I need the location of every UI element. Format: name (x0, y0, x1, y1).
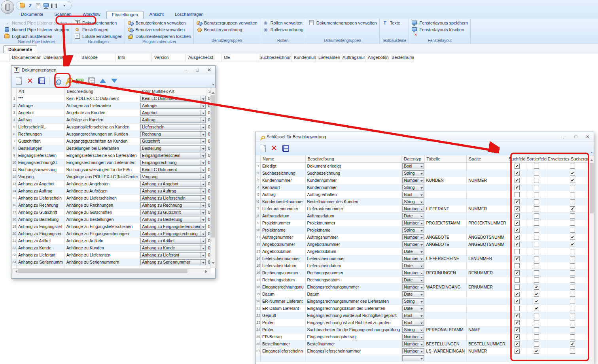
main-header-ausgecheckt[interactable]: Ausgecheckt (186, 53, 221, 62)
multiflex-art-dropdown[interactable]: Anhang zu Eingangsrechnung (140, 231, 206, 237)
multiflex-art-dropdown[interactable]: Anhang zu Seriennummer (140, 259, 206, 265)
erweitertes-suchergebnis-checkbox[interactable] (570, 213, 575, 219)
datentyp-dropdown[interactable]: Number (402, 177, 424, 183)
datentyp-dropdown[interactable]: Number (402, 220, 424, 226)
sortierfeld-checkbox[interactable] (534, 221, 539, 226)
suchfeld-checkbox[interactable] (515, 192, 520, 197)
suchfeld-checkbox[interactable] (515, 306, 520, 311)
ribbon-tab-löschanfragen[interactable]: Löschanfragen (170, 11, 209, 19)
sortierfeld-checkbox[interactable] (534, 235, 539, 240)
sortierfeld-checkbox[interactable] (534, 213, 539, 219)
maximize-button[interactable]: □ (191, 66, 203, 74)
multiflex-art-dropdown[interactable]: Rechnung (140, 131, 206, 137)
datentyp-dropdown[interactable]: Number (402, 206, 424, 212)
ribbon-button-lokale-einstellungen[interactable]: ≡Lokale Einstellungen (74, 33, 123, 40)
ribbon-button-benutzergruppen-verwalten[interactable]: Benutzergruppen verwalten (196, 19, 257, 26)
erweitertes-suchergebnis-checkbox[interactable] (570, 185, 575, 190)
main-header-dateiname[interactable]: Dateiname (41, 53, 79, 62)
delete-icon[interactable]: ✕ (25, 76, 35, 86)
multiflex-art-dropdown[interactable]: Anhang zu Lieferant (140, 252, 206, 258)
datentyp-dropdown[interactable]: Date (402, 277, 424, 283)
main-header-info[interactable]: Info (115, 53, 152, 62)
toolbar-overflow-icon[interactable]: ▾ (591, 151, 592, 154)
main-header-bestellnummer[interactable]: Bestellnummer (389, 53, 414, 62)
scrollbar-thumb[interactable] (211, 95, 215, 238)
sortierfeld-checkbox[interactable] (534, 171, 539, 176)
ribbon-button-benutzerrechte-verwalten[interactable]: Benutzerrechte verwalten (127, 26, 191, 33)
ribbon-button-benutzerzuordnung[interactable]: Benutzerzuordnung (196, 26, 257, 33)
erweitertes-suchergebnis-checkbox[interactable] (570, 349, 575, 354)
horizontal-scrollbar[interactable] (12, 268, 210, 274)
suchfeld-checkbox[interactable]: ✔ (515, 178, 520, 183)
ribbon-button-benutzerkonten-verwalten[interactable]: Benutzerkonten verwalten (127, 19, 191, 26)
datentyp-dropdown[interactable]: String (402, 227, 424, 233)
multiflex-art-dropdown[interactable]: Auftrag (140, 117, 206, 123)
datentyp-dropdown[interactable] (402, 355, 424, 361)
ribbon-button-rollen-verwalten[interactable]: ◉Rollen verwalten (263, 19, 303, 26)
suchfeld-checkbox[interactable]: ✔ (515, 185, 520, 190)
ribbon-tab-scannen[interactable]: Scannen (49, 11, 76, 19)
close-button[interactable]: ✕ (203, 66, 215, 74)
move-down-icon[interactable] (109, 76, 119, 86)
dialog-titlebar[interactable]: Schlüssel für Beschlagwortung – □ ✕ (255, 132, 594, 141)
ribbon-tab-ansicht[interactable]: Ansicht (144, 11, 169, 19)
suchfeld-checkbox[interactable]: ✔ (515, 292, 520, 297)
sortierfeld-checkbox[interactable] (534, 334, 539, 339)
sortierfeld-checkbox[interactable] (534, 313, 539, 318)
multiflex-art-dropdown[interactable]: Anhang zu Rechnung (140, 202, 206, 208)
column-header-sortierfeld[interactable]: Sortierfeld (526, 155, 547, 162)
sortierfeld-checkbox[interactable] (534, 256, 539, 261)
main-header-angebotsnummer[interactable]: Angebotsnummer (365, 53, 389, 62)
column-header-name[interactable]: Name (261, 155, 306, 162)
multiflex-art-dropdown[interactable]: Eingangslieferschein (140, 153, 206, 158)
suchfeld-checkbox[interactable]: ✔ (515, 235, 520, 240)
ribbon-button-einstellungen[interactable]: ⚙Einstellungen (74, 26, 123, 33)
erweitertes-suchergebnis-checkbox[interactable]: ✔ (570, 235, 575, 240)
erweitertes-suchergebnis-checkbox[interactable]: ✔ (570, 178, 575, 183)
erweitertes-suchergebnis-checkbox[interactable] (570, 164, 575, 169)
suchfeld-checkbox[interactable] (515, 263, 520, 268)
column-header-datentyp[interactable]: Datentyp (402, 155, 424, 162)
erweitertes-suchergebnis-checkbox[interactable] (570, 327, 575, 332)
multiflex-art-dropdown[interactable]: Anhang zu Bestellung (140, 217, 206, 223)
sortierfeld-checkbox[interactable] (534, 270, 539, 275)
scrollbar-thumb[interactable] (590, 163, 594, 213)
suchfeld-checkbox[interactable] (515, 285, 520, 290)
datentyp-dropdown[interactable]: Number (402, 284, 424, 290)
main-header-auftragsnummer[interactable]: Auftragsnummer (340, 53, 365, 62)
multiflex-art-dropdown[interactable]: Anhang zu Kunde (140, 245, 206, 251)
erweitertes-suchergebnis-checkbox[interactable] (570, 221, 575, 226)
suchfeld-checkbox[interactable] (515, 249, 520, 254)
multiflex-art-dropdown[interactable]: Bestellung (140, 145, 206, 151)
vertical-scrollbar[interactable] (589, 155, 594, 364)
suchfeld-checkbox[interactable]: ✔ (515, 313, 520, 318)
multiflex-art-dropdown[interactable]: Anhang zu Auftrag (140, 188, 206, 194)
sortierfeld-checkbox[interactable]: ✔ (534, 285, 539, 290)
column-header-tabelle[interactable]: Tabelle (424, 155, 467, 162)
suchfeld-checkbox[interactable]: ✔ (515, 349, 520, 354)
suchfeld-checkbox[interactable]: ✔ (515, 206, 520, 211)
multiflex-art-dropdown[interactable]: Anhang zu Artikel (140, 238, 206, 244)
main-header-dokumentenart[interactable]: Dokumentenart (9, 53, 41, 62)
suchfeld-checkbox[interactable]: ✔ (515, 228, 520, 233)
ribbon-tab-workflow[interactable]: Workflow (78, 11, 106, 19)
minimize-button[interactable]: – (180, 66, 191, 74)
multiflex-art-dropdown[interactable]: Kein LC Dokument (140, 96, 206, 102)
application-menu-button[interactable] (1, 0, 14, 14)
erweitertes-suchergebnis-checkbox[interactable] (570, 228, 575, 233)
main-header-lieferantennummer[interactable]: Lieferantennummer (316, 53, 340, 62)
datentyp-dropdown[interactable]: Date (402, 263, 424, 269)
monitor-icon[interactable] (43, 3, 49, 9)
suchfeld-checkbox[interactable]: ✔ (515, 164, 520, 169)
datentyp-dropdown[interactable]: Bool (402, 163, 424, 169)
sortierfeld-checkbox[interactable] (534, 228, 539, 233)
ribbon-button-dokumentenarten[interactable]: TDokumentenarten (74, 19, 123, 26)
save-icon[interactable] (36, 76, 47, 86)
column-header-erweitertes-suchergebnis[interactable]: Erweitertes Suchergebnis (547, 155, 589, 162)
datentyp-dropdown[interactable]: Date (402, 213, 424, 219)
column-header-spalte[interactable]: Spalte (467, 155, 508, 162)
column-header-art[interactable]: Art (17, 88, 65, 95)
erweitertes-suchergebnis-checkbox[interactable] (570, 299, 575, 304)
datentyp-dropdown[interactable]: Number (402, 348, 424, 354)
new-icon[interactable] (257, 143, 268, 153)
